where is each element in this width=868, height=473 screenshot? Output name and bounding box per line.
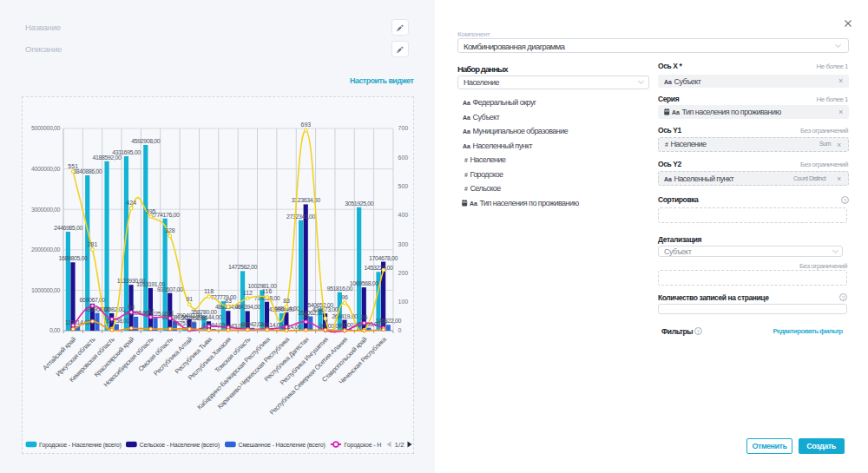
svg-text:2732341,00: 2732341,00: [286, 214, 315, 220]
svg-text:83: 83: [225, 298, 232, 304]
svg-text:96: 96: [341, 294, 348, 300]
svg-text:551: 551: [68, 163, 78, 169]
svg-text:693: 693: [301, 122, 312, 128]
svg-text:116: 116: [262, 288, 272, 294]
svg-text:26: 26: [361, 314, 368, 320]
svg-text:91: 91: [186, 296, 193, 302]
svg-text:3840886,00: 3840886,00: [73, 168, 102, 174]
svg-text:Смешанное - Население (всего): Смешанное - Население (всего): [239, 442, 326, 449]
svg-text:0,00: 0,00: [49, 327, 61, 333]
svg-text:47: 47: [148, 308, 155, 314]
svg-text:4592908,00: 4592908,00: [131, 138, 160, 144]
svg-text:0: 0: [398, 327, 402, 333]
svg-text:2446985,00: 2446985,00: [54, 225, 82, 231]
svg-text:3051925,00: 3051925,00: [345, 200, 373, 207]
svg-text:4000000,00: 4000000,00: [31, 166, 60, 172]
svg-text:2000000,00: 2000000,00: [31, 246, 60, 253]
svg-text:395: 395: [146, 208, 156, 214]
svg-text:64: 64: [128, 304, 135, 310]
svg-text:328: 328: [165, 227, 175, 233]
svg-text:83: 83: [283, 298, 290, 304]
svg-text:1689805,00: 1689805,00: [59, 255, 88, 261]
svg-text:45114,00: 45114,00: [260, 322, 283, 328]
svg-text:700: 700: [398, 125, 409, 131]
svg-text:1/2: 1/2: [395, 441, 405, 449]
svg-text:Городское - Население (всего): Городское - Население (всего): [39, 442, 122, 449]
svg-text:4311695,00: 4311695,00: [112, 149, 141, 155]
svg-text:118: 118: [204, 288, 214, 294]
svg-text:Городское - Н: Городское - Н: [345, 442, 382, 449]
svg-text:500: 500: [398, 183, 409, 189]
svg-text:1704678,00: 1704678,00: [369, 255, 398, 261]
svg-text:1472562,00: 1472562,00: [228, 264, 257, 270]
svg-text:200: 200: [398, 270, 409, 276]
svg-text:484394,00: 484394,00: [234, 304, 260, 310]
svg-text:1453223,00: 1453223,00: [365, 265, 393, 271]
svg-text:300: 300: [398, 241, 409, 247]
svg-text:281: 281: [88, 241, 98, 247]
svg-text:5000000,00: 5000000,00: [31, 125, 60, 131]
svg-text:10: 10: [380, 319, 387, 325]
svg-text:Сельское - Население (всего): Сельское - Население (всего): [140, 442, 220, 449]
svg-text:230144,00: 230144,00: [196, 314, 222, 320]
svg-text:35: 35: [303, 313, 310, 319]
svg-text:3000000,00: 3000000,00: [31, 207, 60, 213]
svg-text:400: 400: [398, 212, 409, 218]
svg-text:424: 424: [126, 200, 136, 206]
svg-text:100: 100: [398, 299, 409, 305]
svg-text:424673,00: 424673,00: [312, 306, 339, 312]
svg-text:727779,00: 727779,00: [210, 294, 236, 300]
svg-text:1000000,00: 1000000,00: [31, 287, 60, 293]
svg-text:43: 43: [167, 310, 174, 316]
svg-text:600: 600: [398, 154, 409, 161]
svg-text:1069568,00: 1069568,00: [350, 280, 378, 286]
svg-text:112: 112: [243, 290, 253, 296]
svg-text:931607,00: 931607,00: [157, 286, 183, 292]
